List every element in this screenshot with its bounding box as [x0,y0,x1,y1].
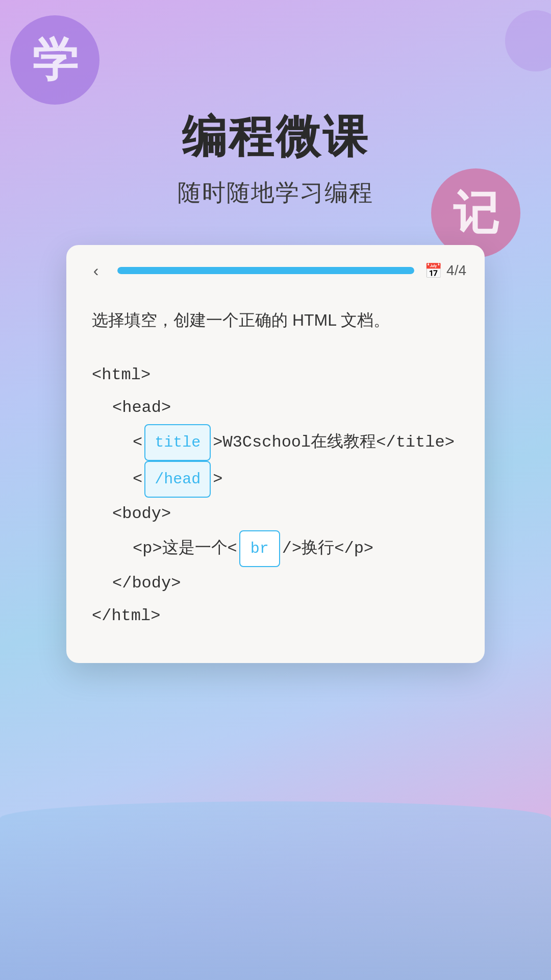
card-wrapper: ‹ 📅 4/4 选择填空，创建一个正确的 HTML 文档。 <html> [66,245,485,663]
code-line-6: <p>这是一个< br />换行</p> [92,530,459,567]
code-line-2: <head> [92,391,459,424]
card-toolbar: ‹ 📅 4/4 [66,245,485,292]
code-line-5: <body> [92,498,459,530]
back-button[interactable]: ‹ [85,259,107,282]
code-line-7: </body> [92,567,459,600]
code-line-4: < /head > [92,461,459,498]
code-line-3: < title >W3Cschool在线教程</title> [92,424,459,461]
progress-bar-container [117,267,414,274]
blank-head-close[interactable]: /head [144,461,211,498]
wave-decoration [0,801,551,980]
code-block: <html> <head> < title >W3Cschool在线教程</ti… [92,359,459,632]
blank-br[interactable]: br [239,530,280,567]
header: 编程微课 随时随地学习编程 [0,0,551,209]
progress-bar-fill [117,267,414,274]
code-line-8: </html> [92,600,459,632]
page-count: 📅 4/4 [424,262,466,279]
app-title: 编程微课 [0,112,551,162]
code-line-1: <html> [92,359,459,391]
card-content: 选择填空，创建一个正确的 HTML 文档。 <html> <head> < ti… [66,292,485,663]
app-subtitle: 随时随地学习编程 [0,177,551,209]
blank-title[interactable]: title [144,424,211,461]
quiz-card: ‹ 📅 4/4 选择填空，创建一个正确的 HTML 文档。 <html> [66,245,485,663]
page-icon: 📅 [424,262,442,279]
question-text: 选择填空，创建一个正确的 HTML 文档。 [92,307,459,333]
